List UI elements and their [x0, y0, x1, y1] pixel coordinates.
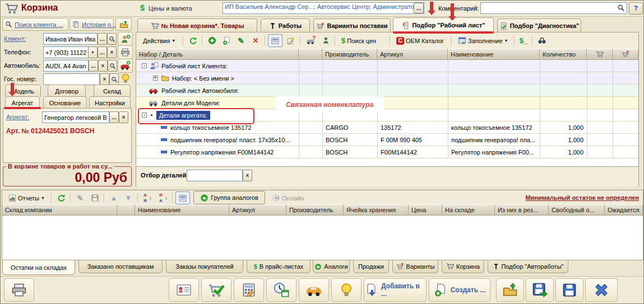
tab-analogs[interactable]: Аналоги [313, 260, 350, 273]
save-button[interactable] [555, 278, 583, 302]
filter-input[interactable] [187, 170, 243, 181]
edit-button[interactable]: ✎ [234, 35, 248, 46]
print-button[interactable] [118, 45, 133, 59]
open-button[interactable] [496, 278, 524, 302]
gos-number-input[interactable] [43, 73, 100, 85]
phone-dropdown-button[interactable]: ▼ [88, 46, 98, 58]
tab-works[interactable]: Работы [261, 18, 310, 32]
agregat-label[interactable]: Агрегат: [6, 114, 29, 120]
reports-menu-button[interactable]: Отчеты ▼ [5, 192, 48, 204]
filter-clear-button[interactable]: × [243, 170, 252, 181]
column-header-name[interactable]: Наименование [135, 204, 229, 216]
tree-row-client-worksheet[interactable]: - Рабочий лист Клиента: [136, 60, 638, 72]
column-header-cart-question[interactable] [613, 49, 638, 60]
context-combobox[interactable]: ИП Васильев Александр Сер...; Автосервис… [223, 2, 424, 14]
tab-price-lists[interactable]: $ В прайс-листах [247, 260, 311, 273]
detail-row[interactable]: подшипник генератора! пласт. 17x35x10...… [136, 134, 638, 146]
oem-catalog-button[interactable]: C OEM Каталог [393, 35, 447, 46]
delete-button[interactable]: ✕ [249, 35, 262, 46]
collapse-icon[interactable]: - [142, 113, 147, 118]
tab-nastroyki[interactable]: Настройки [89, 96, 131, 109]
tab-worksheet-pick[interactable]: Подбор "Рабочий лист" [393, 17, 494, 32]
save-button-disabled[interactable] [88, 192, 101, 204]
add-client-button[interactable] [118, 32, 133, 46]
column-header-article[interactable]: Артикул [229, 204, 286, 216]
search-icon[interactable] [617, 4, 625, 12]
help-button[interactable]: ? [629, 2, 643, 15]
tab-cart[interactable]: Корзина [442, 260, 484, 273]
context-ellipsis-button[interactable]: ... [414, 3, 424, 13]
analog-group-toggle[interactable]: Группа аналогов [193, 191, 265, 204]
actions-menu-button[interactable]: Действия ▼ [139, 35, 179, 46]
column-header-free[interactable]: Свободный о... [549, 204, 605, 216]
phone-ellipsis-button[interactable]: ... [98, 46, 107, 58]
wizard-button[interactable] [284, 35, 298, 46]
bottom-table-body[interactable] [2, 216, 643, 260]
car-search-button[interactable] [108, 60, 117, 72]
phone-input[interactable] [43, 46, 89, 58]
list-view-button[interactable] [268, 34, 282, 47]
tab-variants[interactable]: Варианты [392, 260, 438, 273]
client-input[interactable] [43, 33, 98, 45]
fill-menu-button[interactable]: Заполнение ▼ [455, 35, 511, 46]
phone-clear-button[interactable]: × [107, 46, 117, 58]
column-header-name[interactable]: Наименование [448, 49, 540, 60]
tab-autoworks-pick[interactable]: Подбор "Автоработы" [488, 260, 568, 273]
car-button[interactable] [299, 278, 329, 302]
tab-new-cart-goods[interactable]: № Новая корзина*. Товары [137, 18, 257, 32]
refresh-button[interactable] [186, 35, 200, 46]
bulb-icon[interactable] [120, 73, 131, 84]
create-button[interactable]: Создать ... [429, 278, 490, 302]
open-folder-button[interactable] [115, 18, 132, 31]
tab-sklad[interactable]: Склад [94, 85, 131, 97]
move-down-button[interactable]: ▼ [122, 192, 135, 204]
column-header-blank[interactable] [299, 49, 322, 60]
column-header-quantity[interactable]: Количество [540, 49, 587, 60]
refresh-button[interactable] [54, 192, 68, 204]
tab-customer-orders[interactable]: Заказы покупателей [166, 260, 243, 273]
column-header-cart[interactable] [587, 49, 613, 60]
client-label[interactable]: Клиент: [4, 35, 26, 42]
comment-input[interactable] [480, 2, 627, 14]
column-header-warehouse[interactable]: Склад компании [2, 204, 117, 216]
schedule-button[interactable] [266, 278, 296, 302]
add-car-button[interactable] [118, 59, 133, 73]
expand-icon[interactable]: + [153, 76, 158, 81]
column-header-in-stock[interactable]: На складе [442, 204, 495, 216]
tree-row-car-worksheet[interactable]: Рабочий лист Автомобиля: [136, 85, 638, 97]
column-header-set-detail[interactable]: Набор / Деталь [136, 49, 299, 60]
tab-dogovor[interactable]: Договор [48, 85, 86, 97]
tab-delivery-variants[interactable]: Варианты поставки [313, 18, 391, 32]
agregat-ellipsis-button[interactable]: ... [109, 111, 119, 123]
agregat-input[interactable] [42, 111, 109, 123]
column-header-price[interactable]: Цена [409, 204, 442, 216]
hint-button[interactable] [331, 278, 362, 302]
tab-sales[interactable]: Продажи [353, 260, 389, 273]
client-card-button[interactable] [169, 278, 199, 302]
column-header-manufacturer[interactable]: Производитель [286, 204, 344, 216]
copy-button[interactable] [220, 35, 233, 46]
tab-ordered-suppliers[interactable]: Заказано поставщикам [78, 260, 163, 273]
prices-currency-button[interactable]: Цены и валюта [149, 5, 192, 12]
column-header-reserved[interactable]: Из них в рез... [495, 204, 549, 216]
add-button[interactable] [205, 35, 219, 46]
agregat-clear-button[interactable]: × [119, 111, 128, 123]
detail-row[interactable]: Регулятор напряжения F00M144142 BOSCH F0… [136, 146, 638, 158]
car-question-button[interactable] [303, 35, 318, 46]
car-input[interactable] [43, 60, 89, 72]
client-ellipsis-button[interactable]: ... [98, 33, 107, 45]
edit-button-disabled[interactable]: ✎ [73, 192, 87, 204]
move-up-button[interactable]: ▲ [107, 192, 121, 204]
find-button[interactable] [535, 35, 549, 46]
tree-row-agregat-details[interactable]: - ● Детали агрегата: [136, 109, 638, 121]
close-button[interactable] [585, 278, 618, 302]
save-close-button[interactable] [526, 278, 554, 302]
gos-clear-button[interactable]: × [100, 73, 109, 85]
search-client-button[interactable]: Поиск клиента ... [2, 18, 68, 31]
history-button[interactable]: История о... [70, 18, 114, 31]
car-clear-button[interactable]: × [98, 60, 108, 72]
sort-descending-button[interactable]: ЯА↓ [156, 192, 170, 204]
tab-stock-remainders[interactable]: Остатки на складах [2, 260, 75, 275]
detail-row[interactable]: кольцо токосъемное 135172 CARGO 135172 к… [136, 121, 638, 134]
tab-diagnostics-pick[interactable]: Подбор "Диагностика" [497, 18, 581, 32]
